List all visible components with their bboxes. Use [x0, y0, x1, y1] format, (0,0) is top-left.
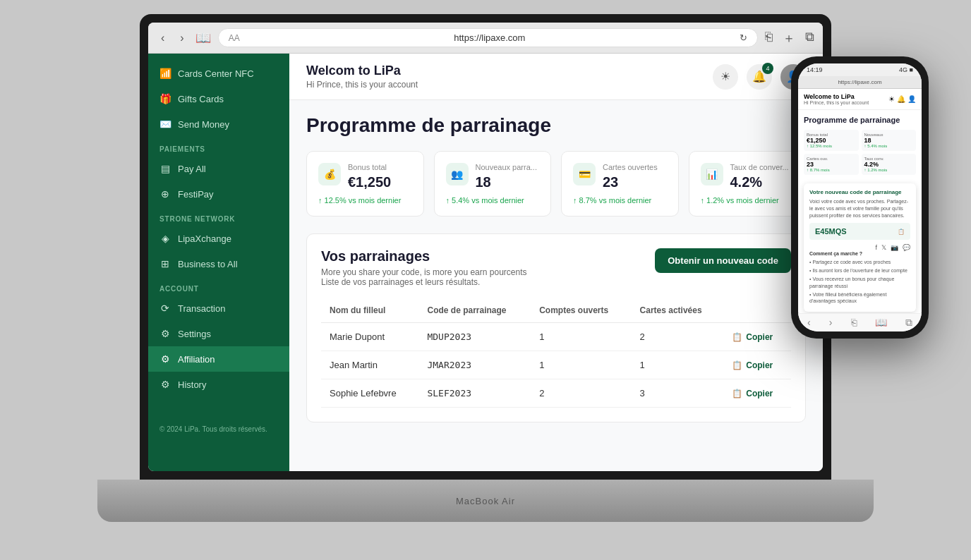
aa-label: AA	[229, 33, 240, 43]
chart-icon: 📊	[701, 163, 723, 185]
cell-code: MDUP2023	[418, 323, 531, 351]
phone-back-btn[interactable]: ‹	[807, 317, 811, 329]
stat-label: Taux de conver...	[730, 163, 795, 171]
theme-button[interactable]: ☀	[713, 64, 738, 90]
phone-forward-btn[interactable]: ›	[829, 317, 833, 329]
col-cards: Cartes activées	[632, 298, 724, 323]
phone-time: 14:19	[807, 66, 823, 73]
sidebar-item-label: History	[178, 379, 206, 390]
stat-value: 18	[476, 174, 540, 190]
phone-popup-body: Voici votre code avec vos proches. Parta…	[809, 198, 910, 219]
stat-label: Bonus total	[348, 163, 412, 171]
phone-how-title: Comment ça marche ?	[809, 251, 910, 256]
stat-change: ↑ 5.4% vs mois dernier	[446, 196, 540, 205]
stat-card-taux: 📊 Taux de conver... 4.2% ↑ 1.2% vs mois …	[689, 151, 807, 217]
sidebar-item-pay-all[interactable]: ▤ Pay All	[148, 156, 289, 181]
sidebar-item-lipaxchange[interactable]: ◈ LipaXchange	[148, 226, 289, 251]
back-button[interactable]: ‹	[157, 30, 169, 46]
sidebar-item-settings[interactable]: ⚙ Settings	[148, 321, 289, 346]
phone-bullet-4: • Votre filleul bénéficiera également d'…	[809, 291, 910, 305]
sidebar-item-business-to-all[interactable]: ⊞ Business to All	[148, 251, 289, 276]
copy-button-0[interactable]: 📋 Copier	[732, 332, 773, 342]
phone-code-box: E45MQS 📋	[809, 223, 910, 240]
phone-code: E45MQS	[815, 227, 847, 236]
sidebar-item-cards-nfc[interactable]: 📶 Cards Center NFC	[148, 61, 289, 86]
col-accounts: Comptes ouverts	[531, 298, 631, 323]
sidebar-footer: © 2024 LiPa. Tous droits réservés.	[148, 411, 289, 447]
phone-page-title: Programme de parrainage	[798, 110, 922, 130]
sidebar-item-send-money[interactable]: ✉️ Send Money	[148, 111, 289, 137]
phone-popup: Votre nouveau code de parrainage Voici v…	[804, 183, 916, 312]
col-code: Code de parrainage	[418, 298, 531, 323]
get-code-button[interactable]: Obtenir un nouveau code	[655, 248, 791, 273]
stat-value: €1,250	[348, 174, 412, 190]
notifications-button[interactable]: 🔔 4	[747, 64, 772, 90]
send-icon: ✉️	[159, 118, 171, 130]
phone-bookmark-btn[interactable]: 📖	[875, 317, 887, 329]
page-title: Programme de parrainage	[306, 114, 806, 137]
phone-content: Programme de parrainage Bonus total €1,2…	[798, 110, 922, 313]
stat-card-nouveaux: 👥 Nouveaux parra... 18 ↑ 5.4% vs mois de…	[434, 151, 552, 217]
address-bar[interactable]: AA https://lipaxe.com ↻	[218, 28, 758, 47]
copy-button-2[interactable]: 📋 Copier	[732, 389, 773, 398]
sidebar-item-label: Cards Center NFC	[178, 68, 254, 79]
affiliation-icon: ⚙	[159, 353, 171, 365]
stat-change: ↑ 1.2% vs mois dernier	[701, 196, 795, 205]
phone-popup-title: Votre nouveau code de parrainage	[809, 189, 910, 195]
sidebar-item-label: Settings	[178, 329, 211, 339]
share-icon[interactable]: ⎗	[765, 30, 773, 47]
stat-change: ↑ 12.5% vs mois dernier	[318, 196, 412, 205]
phone-share-btn[interactable]: ⎗	[851, 317, 857, 329]
sidebar-item-transaction[interactable]: ⟳ Transaction	[148, 296, 289, 321]
tabs-icon[interactable]: ⧉	[805, 30, 814, 47]
cell-code: SLEF2023	[418, 379, 531, 408]
sidebar-item-label: Pay All	[178, 164, 206, 174]
copy-button-1[interactable]: 📋 Copier	[732, 360, 773, 370]
stat-value: 23	[603, 174, 667, 190]
forward-button[interactable]: ›	[176, 30, 188, 46]
cell-cards: 3	[632, 379, 724, 408]
phone-stat-nouveaux: Nouveaux 18 ↑ 5.4% mois	[862, 130, 917, 151]
sidebar-item-affiliation[interactable]: ⚙ Affiliation	[148, 346, 289, 372]
sidebar: 📶 Cards Center NFC 🎁 Gifts Cards ✉️ Send…	[148, 54, 289, 471]
sidebar-item-festipay[interactable]: ⊕ FestiPay	[148, 181, 289, 207]
sidebar-section-account: ACCOUNT	[148, 276, 289, 296]
users-icon: 👥	[446, 163, 469, 185]
table-row: Marie Dupont MDUP2023 1 2 📋 Copier	[321, 323, 791, 351]
referrals-section: Vos parrainages More you share your code…	[306, 233, 806, 422]
transaction-icon: ⟳	[159, 303, 171, 314]
stat-value: 4.2%	[730, 174, 795, 190]
phone-subtitle: Hi Prince, this is your account	[804, 100, 869, 105]
phone-nav: ‹ › ⎗ 📖 ⧉	[798, 313, 922, 331]
phone-browser-bar: https://lipaxe.com	[798, 76, 922, 89]
stat-card-cartes: 💳 Cartes ouvertes 23 ↑ 8.7% vs mois dern…	[561, 151, 679, 217]
cell-accounts: 2	[531, 379, 631, 408]
phone-tabs-btn[interactable]: ⧉	[905, 317, 912, 329]
phone-signal: 4G ■	[899, 66, 913, 73]
cell-cards: 1	[632, 351, 724, 379]
stat-label: Cartes ouvertes	[603, 163, 667, 171]
page-header-title: Welcom to LiPa	[306, 63, 418, 78]
globe-icon: ⊕	[159, 188, 171, 200]
bonus-icon: 💰	[318, 163, 341, 185]
sidebar-item-label: LipaXchange	[178, 233, 231, 244]
content-area: Programme de parrainage 💰 Bonus total €1…	[289, 100, 823, 471]
stat-card-bonus: 💰 Bonus total €1,250 ↑ 12.5% vs mois der…	[306, 151, 424, 217]
referrals-title: Vos parrainages	[321, 248, 526, 264]
cell-code: JMAR2023	[418, 351, 531, 379]
sidebar-item-label: Business to All	[178, 259, 238, 269]
bookmark-icon[interactable]: 📖	[195, 30, 211, 46]
sidebar-item-gifts[interactable]: 🎁 Gifts Cards	[148, 86, 289, 111]
sidebar-item-history[interactable]: ⚙ History	[148, 372, 289, 397]
sidebar-item-label: Gifts Cards	[178, 94, 224, 104]
add-tab-icon[interactable]: ＋	[783, 30, 795, 47]
stat-change: ↑ 8.7% vs mois dernier	[573, 196, 667, 205]
reload-icon[interactable]: ↻	[740, 32, 747, 43]
stat-label: Nouveaux parra...	[476, 163, 540, 171]
nfc-icon: 📶	[159, 68, 171, 79]
sidebar-item-label: Affiliation	[178, 354, 215, 365]
phone-stat-cartes: Cartes ouv. 23 ↑ 8.7% mois	[804, 154, 859, 175]
cell-name: Marie Dupont	[321, 323, 418, 351]
stats-grid: 💰 Bonus total €1,250 ↑ 12.5% vs mois der…	[306, 151, 806, 217]
card-icon: ▤	[159, 163, 171, 174]
